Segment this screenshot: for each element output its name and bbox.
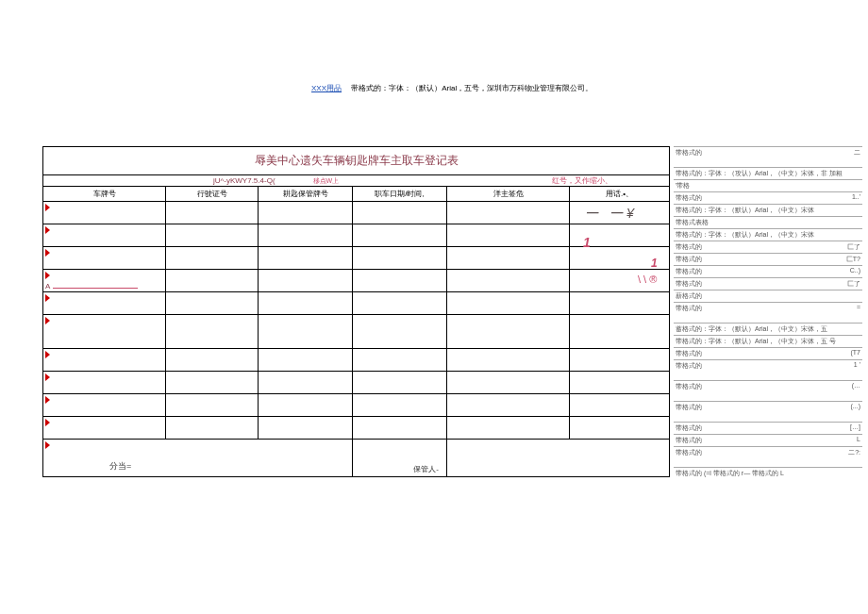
triangle-icon bbox=[45, 204, 50, 211]
side-line: '带格 bbox=[674, 179, 862, 191]
form-code: jU^-yKWY7.5.4-Q( bbox=[213, 176, 275, 185]
triangle-icon bbox=[45, 351, 50, 358]
bottom-label-2: 保管人- bbox=[413, 464, 439, 474]
side-line: 带格式的(… bbox=[674, 380, 862, 401]
triangle-icon bbox=[45, 373, 50, 381]
col-keytag: 耕匙保管牌号 bbox=[258, 187, 352, 201]
triangle-icon bbox=[45, 419, 50, 426]
triangle-icon bbox=[45, 317, 50, 324]
col-datetime: 职车日期/时间, bbox=[352, 187, 446, 201]
scribble-4: \ \ ® bbox=[638, 274, 657, 285]
side-line: 带格式的(T7 bbox=[674, 347, 862, 359]
side-line: 带格式的1 ' bbox=[674, 359, 862, 380]
row-a-label: A bbox=[45, 282, 50, 290]
header-text: 带格式的：字体：（默认）Arial，五号，深圳市万科物业管理有限公司。 bbox=[351, 84, 593, 92]
side-line: 带格式的：字体：（默认）Arial，（中文）宋体，五 号 bbox=[674, 335, 862, 347]
triangle-icon bbox=[45, 294, 50, 302]
scribble-3: 1 bbox=[651, 257, 658, 270]
col-phone: 用话.•、 bbox=[569, 187, 670, 201]
triangle-icon bbox=[45, 272, 50, 279]
side-line: 蓄格式的：字体：（默认）Arial，（中文）宋体，五 bbox=[674, 323, 862, 335]
side-line: 带格式的C..) bbox=[674, 265, 862, 277]
table-row bbox=[42, 292, 670, 315]
bottom-label-1: 分当= bbox=[109, 460, 131, 473]
side-line: 带格式的匚了 bbox=[674, 277, 862, 290]
col-plate: 车牌号 bbox=[42, 187, 165, 201]
side-line: 带格式的[…] bbox=[674, 422, 862, 434]
side-line: 带格式的 (=l 带格式的 r— 带格式的 L bbox=[674, 467, 862, 479]
side-line: 带格式的匚了 bbox=[674, 241, 862, 253]
triangle-icon bbox=[45, 249, 50, 257]
triangle-icon bbox=[45, 441, 50, 449]
side-line: 带格式的：字体：（默认）Arial，（中文）宋体 bbox=[674, 204, 862, 216]
code-right: 红号，又作缩小、 bbox=[552, 175, 612, 186]
title-row: 辱美中心遗失车辆钥匙牌车主取车登记表 bbox=[42, 146, 670, 175]
col-signature: 洋主签危 bbox=[446, 187, 569, 201]
format-annotations-panel: 带格式的二 带格式的：字体：（攻认）Arial，（中文）宋体，非 加粗 '带格 … bbox=[674, 146, 862, 479]
side-line: 带格式的：字体：（默认）Arial，（中文）宋体 bbox=[674, 228, 862, 241]
table-row bbox=[42, 417, 670, 440]
table-row bbox=[42, 202, 670, 224]
side-line: 带格式的(...) bbox=[674, 401, 862, 422]
table-row bbox=[42, 247, 670, 270]
side-line: 带格式的= bbox=[674, 302, 862, 323]
scribble-2: 1 bbox=[583, 235, 591, 250]
code-row: jU^-yKWY7.5.4-Q( 移点W上 红号，又作缩小、 bbox=[42, 175, 670, 187]
table-row: A bbox=[42, 270, 670, 292]
bottom-row: 分当= 保管人- bbox=[42, 440, 670, 477]
side-line: 带格式的1..' bbox=[674, 191, 862, 204]
triangle-icon bbox=[45, 396, 50, 404]
main-table: 辱美中心遗失车辆钥匙牌车主取车登记表 jU^-yKWY7.5.4-Q( 移点W上… bbox=[42, 146, 670, 477]
side-line: 带格式表格 bbox=[674, 216, 862, 228]
code-mid: 移点W上 bbox=[313, 176, 340, 186]
side-line: 带格式的二 bbox=[674, 146, 862, 167]
side-line: 带格式的匚T? bbox=[674, 253, 862, 265]
side-line: 薪格式的 bbox=[674, 290, 862, 302]
table-row bbox=[42, 349, 670, 372]
table-row bbox=[42, 315, 670, 349]
triangle-icon bbox=[45, 226, 50, 234]
side-line: 带格式的二?: bbox=[674, 446, 862, 467]
header-top: XXX用品 带格式的：字体：（默认）Arial，五号，深圳市万科物业管理有限公司… bbox=[311, 83, 593, 93]
table-header: 车牌号 行驶证号 耕匙保管牌号 职车日期/时间, 洋主签危 用话.•、 bbox=[42, 187, 670, 202]
form-title: 辱美中心遗失车辆钥匙牌车主取车登记表 bbox=[43, 147, 669, 174]
side-line: 带格式的：字体：（攻认）Arial，（中文）宋体，非 加粗 bbox=[674, 167, 862, 179]
table-row bbox=[42, 394, 670, 417]
row-a-underline bbox=[53, 288, 138, 289]
table-row bbox=[42, 372, 670, 394]
header-link: XXX用品 bbox=[311, 84, 342, 92]
scribble-1: 一 一¥ bbox=[585, 206, 638, 223]
col-license: 行驶证号 bbox=[165, 187, 258, 201]
side-line: 带格式的L bbox=[674, 434, 862, 446]
table-row bbox=[42, 224, 670, 247]
